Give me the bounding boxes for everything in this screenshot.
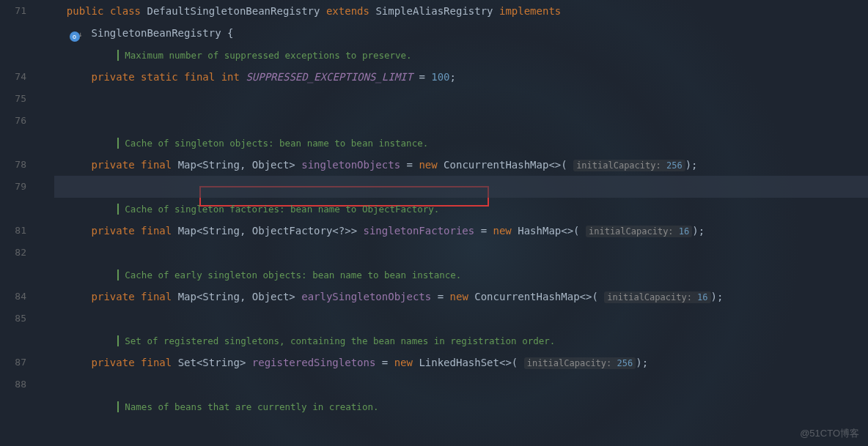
line-number: 75 [0, 88, 26, 110]
line-number [0, 198, 26, 220]
doc-comment: Cache of singleton objects: bean name to… [117, 138, 428, 149]
line-number [0, 264, 26, 286]
code-line-empty[interactable] [54, 308, 868, 330]
gutter-line-numbers: 71 74 75 76 78 79 81 82 84 85 87 88 [0, 0, 32, 446]
code-line[interactable]: private final Map<String, Object> earlyS… [54, 286, 868, 308]
code-line-comment[interactable]: Cache of singleton objects: bean name to… [54, 132, 868, 154]
code-line-empty[interactable] [54, 110, 868, 132]
doc-comment: Names of beans that are currently in cre… [117, 401, 378, 412]
line-number: 81 [0, 220, 26, 242]
code-line-current[interactable] [54, 176, 868, 198]
line-number [0, 132, 26, 154]
line-number [0, 330, 26, 352]
line-number: 79 [0, 176, 26, 198]
code-line[interactable]: private static final int SUPPRESSED_EXCE… [54, 66, 868, 88]
gutter-override-marker[interactable]: o↓ [32, 0, 54, 22]
watermark-text: @51CTO博客 [800, 427, 859, 440]
line-number: 74 [0, 66, 26, 88]
line-number: 82 [0, 242, 26, 264]
gutter-icons: o↓ [32, 0, 54, 446]
code-line-empty[interactable] [54, 242, 868, 264]
code-line-comment[interactable]: Cache of early singleton objects: bean n… [54, 264, 868, 286]
code-editor[interactable]: 71 74 75 76 78 79 81 82 84 85 87 88 o↓ p… [0, 0, 868, 446]
line-number: 87 [0, 352, 26, 373]
line-number [0, 395, 26, 417]
code-line-empty[interactable] [54, 88, 868, 110]
line-number: 76 [0, 110, 26, 132]
code-line-empty[interactable] [54, 373, 868, 395]
line-number [0, 22, 26, 44]
line-number: 85 [0, 308, 26, 330]
code-line[interactable]: private final Map<String, Object> single… [54, 154, 868, 176]
code-line[interactable]: public class DefaultSingletonBeanRegistr… [54, 0, 868, 22]
code-line-comment[interactable]: Names of beans that are currently in cre… [54, 395, 868, 417]
doc-comment: Cache of early singleton objects: bean n… [117, 270, 461, 280]
doc-comment: Cache of singleton factories: bean name … [117, 204, 439, 215]
line-number: 78 [0, 154, 26, 176]
doc-comment: Set of registered singletons, containing… [117, 335, 555, 346]
code-line[interactable]: SingletonBeanRegistry { [54, 22, 868, 44]
code-line[interactable]: private final Set<String> registeredSing… [54, 352, 868, 373]
line-number: 88 [0, 373, 26, 395]
line-number: 84 [0, 286, 26, 308]
code-line-comment[interactable]: Cache of singleton factories: bean name … [54, 198, 868, 220]
line-number [0, 44, 26, 66]
doc-comment: Maximum number of suppressed exceptions … [117, 50, 411, 61]
code-content[interactable]: public class DefaultSingletonBeanRegistr… [54, 0, 868, 446]
code-line-comment[interactable]: Maximum number of suppressed exceptions … [54, 44, 868, 66]
code-line-comment[interactable]: Set of registered singletons, containing… [54, 330, 868, 352]
line-number: 71 [0, 0, 26, 22]
code-line[interactable]: private final Map<String, ObjectFactory<… [54, 220, 868, 242]
